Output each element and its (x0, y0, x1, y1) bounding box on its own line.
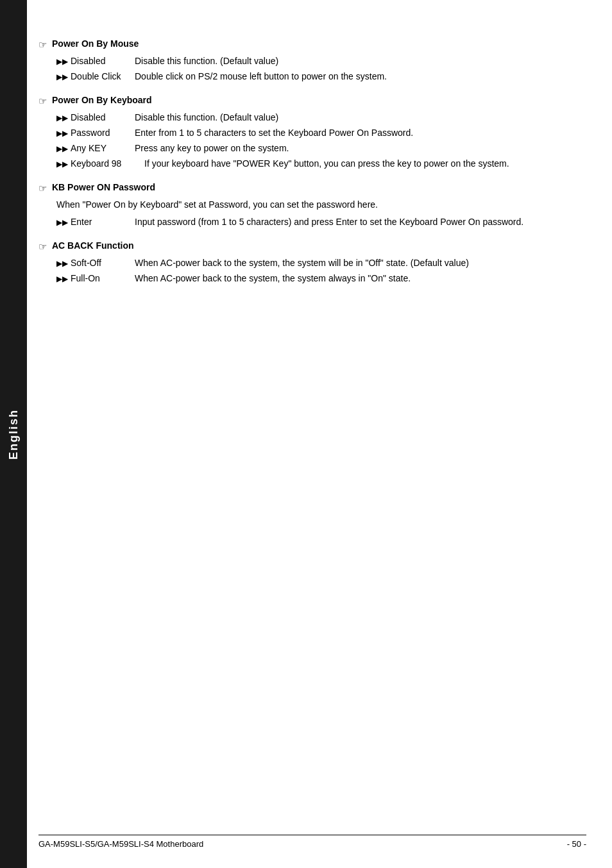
item-desc: Double click on PS/2 mouse left button t… (135, 70, 387, 83)
main-content: ☞ Power On By Mouse ▶▶ Disabled Disable … (38, 38, 586, 285)
list-item: ▶▶ Keyboard 98 If your keyboard have "PO… (56, 157, 586, 171)
phone-icon-keyboard: ☞ (38, 96, 47, 107)
mouse-items: ▶▶ Disabled Disable this function. (Defa… (56, 54, 586, 83)
list-item: ▶▶ Double Click Double click on PS/2 mou… (56, 70, 586, 83)
list-item: ▶▶ Enter Input password (from 1 to 5 cha… (56, 215, 586, 229)
section-title-ac-back: AC BACK Function (52, 240, 134, 251)
arrow-icon: ▶▶ (56, 143, 68, 154)
arrow-icon: ▶▶ (56, 71, 68, 83)
section-title-keyboard: Power On By Keyboard (52, 95, 152, 105)
item-label: Keyboard 98 (71, 157, 144, 171)
kb-intro-text: When "Power On by Keyboard" set at Passw… (56, 198, 586, 212)
list-item: ▶▶ Any KEY Press any key to power on the… (56, 142, 586, 155)
section-title-mouse: Power On By Mouse (52, 38, 139, 49)
phone-icon-kb-password: ☞ (38, 183, 47, 194)
section-kb-password: ☞ KB Power ON Password (38, 182, 586, 194)
item-label: Disabled (71, 111, 135, 124)
arrow-icon: ▶▶ (56, 217, 68, 228)
section-power-on-keyboard: ☞ Power On By Keyboard (38, 95, 586, 107)
item-desc: Enter from 1 to 5 characters to set the … (135, 126, 413, 140)
arrow-icon: ▶▶ (56, 158, 68, 170)
arrow-icon: ▶▶ (56, 56, 68, 67)
footer: GA-M59SLI-S5/GA-M59SLI-S4 Motherboard - … (38, 835, 586, 849)
arrow-icon: ▶▶ (56, 128, 68, 139)
arrow-icon: ▶▶ (56, 112, 68, 124)
list-item: ▶▶ Password Enter from 1 to 5 characters… (56, 126, 586, 140)
sidebar: English (0, 0, 27, 868)
item-desc: If your keyboard have "POWER Key" button… (144, 157, 586, 171)
item-label: Double Click (71, 70, 135, 83)
section-power-on-mouse: ☞ Power On By Mouse (38, 38, 586, 51)
item-desc: When AC-power back to the system, the sy… (135, 256, 586, 270)
item-desc: Disable this function. (Default value) (135, 111, 278, 124)
phone-icon-mouse: ☞ (38, 39, 47, 51)
phone-icon-ac-back: ☞ (38, 241, 47, 253)
sidebar-label: English (7, 408, 21, 459)
list-item: ▶▶ Disabled Disable this function. (Defa… (56, 111, 586, 124)
ac-back-items: ▶▶ Soft-Off When AC-power back to the sy… (56, 256, 586, 285)
list-item: ▶▶ Full-On When AC-power back to the sys… (56, 272, 586, 285)
list-item: ▶▶ Soft-Off When AC-power back to the sy… (56, 256, 586, 270)
item-label: Password (71, 126, 135, 140)
arrow-icon: ▶▶ (56, 258, 68, 269)
item-desc: Press any key to power on the system. (135, 142, 289, 155)
kb-password-items: ▶▶ Enter Input password (from 1 to 5 cha… (56, 215, 586, 229)
item-label: Disabled (71, 54, 135, 68)
item-desc: Disable this function. (Default value) (135, 54, 278, 68)
list-item: ▶▶ Disabled Disable this function. (Defa… (56, 54, 586, 68)
footer-model: GA-M59SLI-S5/GA-M59SLI-S4 Motherboard (38, 839, 203, 849)
item-label: Any KEY (71, 142, 135, 155)
item-desc: Input password (from 1 to 5 characters) … (135, 215, 586, 229)
footer-page: - 50 - (567, 839, 586, 849)
item-label: Enter (71, 215, 135, 229)
item-desc: When AC-power back to the system, the sy… (135, 272, 586, 285)
item-label: Full-On (71, 272, 135, 285)
arrow-icon: ▶▶ (56, 273, 68, 285)
item-label: Soft-Off (71, 256, 135, 270)
section-ac-back: ☞ AC BACK Function (38, 240, 586, 253)
section-title-kb-password: KB Power ON Password (52, 182, 155, 192)
keyboard-items: ▶▶ Disabled Disable this function. (Defa… (56, 111, 586, 171)
